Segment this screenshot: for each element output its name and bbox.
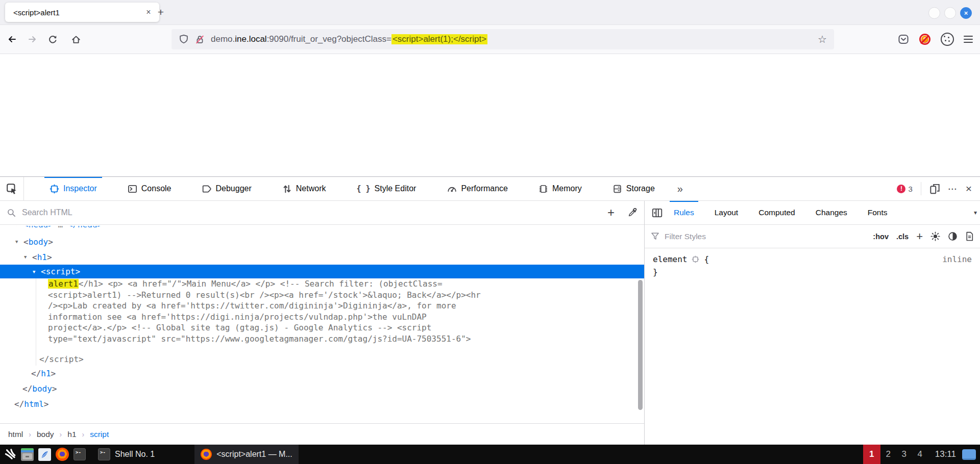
minimize-button[interactable]: [928, 7, 940, 19]
sidebar-tab-fonts[interactable]: Fonts: [864, 201, 892, 224]
breadcrumb-item-html[interactable]: html: [8, 430, 23, 439]
tree-node-html-close[interactable]: </html>: [0, 396, 644, 411]
tray-screen-icon[interactable]: [962, 449, 976, 460]
tab-close-icon[interactable]: ×: [143, 7, 154, 18]
pseudo-class-toggle[interactable]: :hov: [873, 233, 889, 241]
new-tab-button[interactable]: +: [153, 5, 168, 20]
tree-node-head-clipped[interactable]: ▼ <head> … </head>: [0, 226, 644, 234]
devtools-tab-performance[interactable]: Performance: [442, 177, 513, 200]
tab-title: <script>alert1: [13, 8, 143, 17]
breadcrumb-item-script-selected[interactable]: script: [90, 430, 109, 439]
sidebar-tabs-overflow-chevron[interactable]: ▾: [974, 201, 977, 224]
twisty-icon[interactable]: ▼: [15, 239, 23, 244]
tree-node-script-selected[interactable]: ▼ <script>: [0, 265, 644, 278]
rule-selector[interactable]: element: [653, 254, 687, 264]
wm-claw-icon[interactable]: [5, 448, 16, 460]
workspace-4[interactable]: 4: [912, 445, 928, 464]
rule-origin[interactable]: inline: [942, 254, 972, 264]
search-icon: [7, 209, 16, 217]
print-sim-icon[interactable]: [965, 231, 974, 241]
cookie-extension-icon[interactable]: [941, 33, 954, 46]
insecure-lock-icon[interactable]: [195, 35, 205, 44]
back-button[interactable]: [3, 31, 20, 48]
file-manager-icon[interactable]: [21, 448, 34, 461]
workspace-1[interactable]: 1: [863, 445, 880, 464]
devtools-tab-debugger[interactable]: Debugger: [197, 177, 257, 200]
devtools-tab-network[interactable]: Network: [277, 177, 331, 200]
rules-panel: Rules Layout Computed Changes Fonts ▾ :h…: [644, 201, 980, 445]
breadcrumb-item-body[interactable]: body: [37, 430, 54, 439]
devtools-toolbar: Inspector Console Debugger Network { } S…: [0, 177, 980, 201]
devtools-tab-style-editor[interactable]: { } Style Editor: [351, 177, 421, 200]
taskbar-window-title: <script>alert1 — M...: [216, 450, 292, 459]
search-html-input[interactable]: [21, 208, 602, 218]
markup-scrollbar[interactable]: [638, 225, 643, 423]
devtools-tab-memory[interactable]: Memory: [533, 177, 587, 200]
twisty-icon[interactable]: ▼: [33, 269, 41, 274]
element-target-icon[interactable]: [692, 255, 699, 263]
more-tools-chevron[interactable]: »: [677, 183, 683, 195]
workspace-3[interactable]: 3: [896, 445, 912, 464]
clock: 13:11: [935, 449, 956, 459]
tree-node-body-close[interactable]: </body>: [0, 381, 644, 396]
reload-button[interactable]: [44, 31, 61, 48]
blocked-extension-icon[interactable]: [919, 33, 931, 45]
pocket-icon[interactable]: [898, 34, 909, 45]
sidebar-tab-changes[interactable]: Changes: [812, 201, 851, 224]
html-search-row: +: [0, 201, 644, 225]
devtools-tab-storage[interactable]: Storage: [607, 177, 660, 200]
menu-icon[interactable]: [964, 36, 973, 43]
devtools-close-icon[interactable]: ×: [966, 183, 972, 195]
style-editor-icon: { }: [356, 184, 370, 193]
devtools-tab-label: Storage: [626, 184, 655, 193]
error-badge[interactable]: ! 3: [897, 185, 912, 193]
close-window-button[interactable]: ×: [960, 7, 972, 19]
tree-node-script-close[interactable]: </script>: [36, 352, 644, 366]
dark-mode-sim-icon[interactable]: [948, 231, 958, 241]
toggle-pane-icon[interactable]: [652, 208, 663, 218]
twisty-icon[interactable]: ▼: [15, 226, 23, 227]
element-picker-icon: [6, 183, 17, 194]
terminal-launcher-icon[interactable]: >-: [74, 448, 86, 460]
class-toggle[interactable]: .cls: [896, 233, 909, 241]
home-button[interactable]: [67, 31, 85, 48]
browser-tab[interactable]: <script>alert1 ×: [5, 3, 159, 22]
add-node-button[interactable]: +: [607, 205, 615, 220]
taskbar-window-firefox[interactable]: <script>alert1 — M...: [194, 445, 299, 464]
css-rule[interactable]: element { inline }: [645, 248, 980, 283]
forward-icon: [28, 35, 37, 44]
url-bar[interactable]: demo.ine.local:9090/fruit_or_veg?objectC…: [172, 29, 834, 49]
breadcrumb-item-h1[interactable]: h1: [67, 430, 76, 439]
code-line: type="text/javascript" src="https://www.…: [36, 333, 644, 345]
bookmark-star-icon[interactable]: ☆: [818, 33, 827, 45]
eyedropper-icon[interactable]: [628, 208, 637, 217]
firefox-launcher-icon[interactable]: [56, 448, 69, 461]
light-mode-sim-icon[interactable]: [930, 231, 940, 241]
devtools-tab-console[interactable]: Console: [122, 177, 177, 200]
devtools-menu-icon[interactable]: ···: [948, 185, 958, 193]
desktop-screen: <script>alert1 × + ×: [0, 0, 980, 464]
tree-node-body-open[interactable]: ▼ <body>: [0, 234, 644, 249]
taskbar-window-shell[interactable]: >- Shell No. 1: [92, 445, 161, 464]
responsive-design-button[interactable]: [929, 184, 940, 194]
tree-node-h1-open[interactable]: ▼ <h1>: [0, 249, 644, 265]
script-text-content[interactable]: alert1</h1> <p> <a href="/">Main Menu</a…: [36, 278, 644, 366]
twisty-icon[interactable]: ▼: [24, 254, 32, 260]
workspace-2[interactable]: 2: [880, 445, 896, 464]
add-rule-button[interactable]: +: [916, 230, 923, 243]
maximize-button[interactable]: [944, 7, 956, 19]
tracking-shield-icon[interactable]: [179, 34, 189, 44]
sidebar-tab-computed[interactable]: Computed: [754, 201, 799, 224]
text-editor-icon[interactable]: [38, 448, 51, 461]
pick-element-button[interactable]: [0, 177, 24, 200]
html-tree[interactable]: ▼ <head> … </head> ▼ <body> ▼: [0, 225, 644, 425]
sidebar-tab-layout[interactable]: Layout: [710, 201, 743, 224]
tree-node-h1-close[interactable]: </h1>: [0, 366, 644, 381]
forward-button[interactable]: [23, 31, 41, 48]
url-text: demo.ine.local:9090/fruit_or_veg?objectC…: [211, 34, 814, 44]
markup-panel: + ▼ <head> … </head>: [0, 201, 644, 445]
filter-styles-input[interactable]: [664, 231, 742, 242]
devtools-tab-inspector[interactable]: Inspector: [44, 177, 102, 200]
scrollbar-thumb[interactable]: [638, 280, 643, 410]
sidebar-tab-rules[interactable]: Rules: [670, 201, 698, 224]
